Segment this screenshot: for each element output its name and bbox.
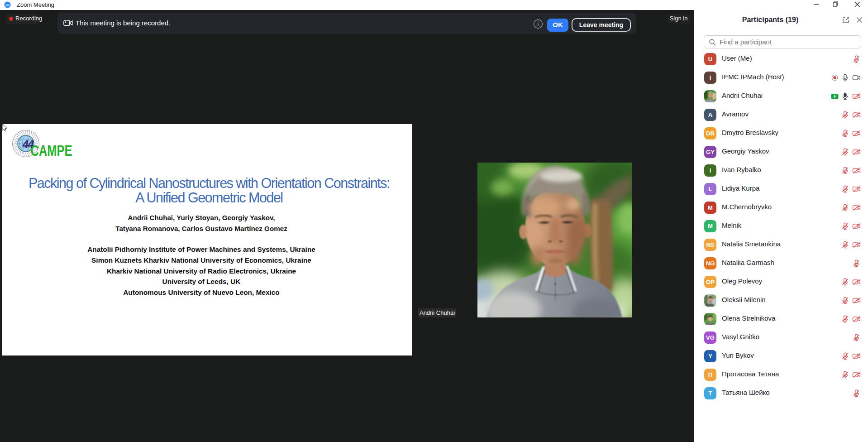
svg-text:CAMPE: CAMPE [31,142,72,158]
svg-text:zm: zm [5,3,10,6]
